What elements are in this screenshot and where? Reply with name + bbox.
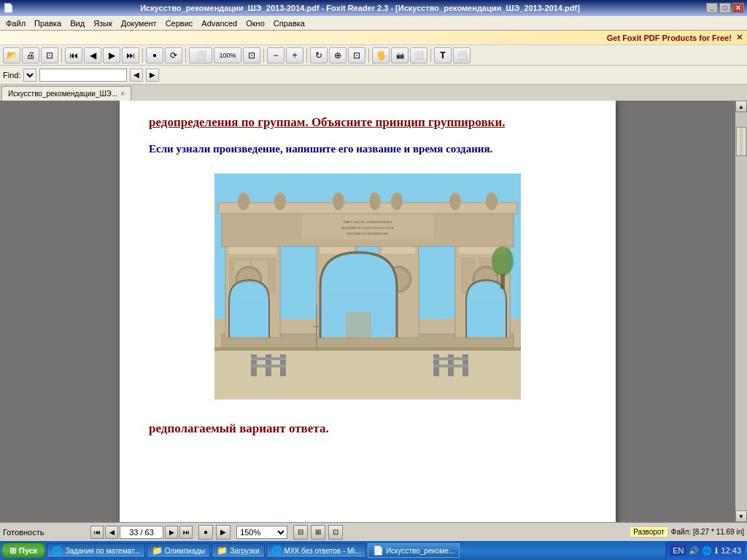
menu-window[interactable]: Окно	[241, 18, 269, 29]
taskbar-item-0[interactable]: 🌐 Задания по математ...	[47, 543, 144, 558]
select-button[interactable]: ⬜	[189, 47, 212, 63]
title-bar: 📄 Искусство_рекомендации_ШЭ_2013-2014.pd…	[0, 0, 747, 16]
ad-banner[interactable]: Get Foxit PDF Products for Free! ✕	[0, 31, 747, 45]
separator-1	[61, 48, 62, 63]
lang-indicator[interactable]: EN	[670, 545, 686, 556]
taskbar-item-3[interactable]: 🌐 МХК без ответов - Mi...	[266, 543, 366, 558]
zoom-in-button[interactable]: +	[286, 47, 303, 63]
taskbar-item-4[interactable]: 📄 Искусство_рекоме...	[368, 543, 460, 558]
taskbar-label-2: Загрузки	[230, 547, 259, 555]
text-button[interactable]: T	[434, 47, 452, 63]
status-first-page[interactable]: ⏮	[90, 526, 104, 539]
play-btn[interactable]: ▶	[216, 525, 231, 540]
highlight-button[interactable]: ⬜	[453, 47, 471, 63]
pdf-page: редопределения по группам. Объясните при…	[120, 101, 616, 522]
menu-bar: Файл Правка Вид Язык Документ Сервис Adv…	[0, 16, 747, 31]
menu-file[interactable]: Файл	[1, 18, 30, 29]
prev-page-button[interactable]: ◀	[84, 47, 101, 63]
scroll-down-button[interactable]: ▼	[735, 510, 747, 522]
menu-tools[interactable]: Сервис	[161, 18, 198, 29]
svg-point-36	[486, 192, 498, 210]
menu-document[interactable]: Документ	[117, 18, 161, 29]
svg-text:MAXIMO P F AUGUSTO S P Q R: MAXIMO P F AUGUSTO S P Q R	[341, 226, 394, 230]
scroll-up-button[interactable]: ▲	[735, 101, 747, 112]
svg-rect-29	[218, 203, 517, 214]
separator-3	[185, 48, 186, 63]
ready-status: Готовность	[3, 528, 90, 537]
pdf-view[interactable]: редопределения по группам. Объясните при…	[0, 101, 735, 522]
rotate-button[interactable]: ↻	[310, 47, 328, 63]
network-icon[interactable]: 🌐	[702, 546, 712, 556]
last-page-button[interactable]: ⏭	[122, 47, 139, 63]
volume-icon[interactable]: 🔊	[689, 546, 699, 556]
svg-rect-40	[468, 301, 505, 338]
menu-edit[interactable]: Правка	[30, 18, 66, 29]
snapshot-button[interactable]: 📷	[391, 47, 409, 63]
find-prev-button[interactable]: ◀	[130, 69, 143, 82]
hand-tool-button[interactable]: 🖐	[372, 47, 390, 63]
find-next-button[interactable]: ▶	[146, 69, 159, 82]
find-options-dropdown[interactable]	[23, 69, 36, 82]
clock: 12:43	[721, 546, 741, 555]
taskbar-icon-0: 🌐	[52, 545, 63, 556]
find-input[interactable]	[39, 69, 127, 82]
view-mode-btn1[interactable]: ⊟	[293, 525, 308, 540]
separator-7	[430, 48, 431, 63]
scroll-thumb[interactable]	[736, 127, 746, 156]
crop-button[interactable]: ⊡	[348, 47, 365, 63]
zoom-out-button[interactable]: −	[267, 47, 285, 63]
svg-point-55	[492, 246, 514, 276]
info-icon[interactable]: ℹ	[715, 546, 718, 556]
svg-rect-56	[500, 274, 505, 289]
status-prev-page[interactable]: ◀	[105, 526, 118, 539]
close-button[interactable]: ✕	[732, 3, 744, 13]
menu-lang[interactable]: Язык	[89, 18, 117, 29]
print-button[interactable]: 🖨	[22, 47, 39, 63]
view-mode-btn2[interactable]: ⊞	[311, 525, 325, 540]
main-area: редопределения по группам. Объясните при…	[0, 101, 747, 522]
maximize-button[interactable]: □	[719, 3, 731, 13]
taskbar-item-1[interactable]: 📁 Олимпиады	[147, 543, 211, 558]
taskbar-label-0: Задания по математ...	[65, 547, 139, 555]
tab-close-button[interactable]: ×	[120, 90, 125, 98]
view-mode-btn3[interactable]: ⊡	[328, 525, 343, 540]
refresh-button[interactable]: ⟳	[165, 47, 182, 63]
fit-page-status-btn[interactable]: ●	[198, 525, 213, 540]
separator-4	[263, 48, 264, 63]
scroll-track[interactable]	[735, 112, 747, 510]
open-button[interactable]: 📂	[3, 47, 20, 63]
rotate-label: Разворот	[630, 526, 668, 537]
first-page-button[interactable]: ⏮	[65, 47, 82, 63]
status-next-page[interactable]: ▶	[165, 526, 178, 539]
tab-bar: Искусство_рекомендации_ШЭ... ×	[0, 85, 747, 101]
menu-advanced[interactable]: Advanced	[197, 18, 241, 29]
separator-2	[142, 48, 143, 63]
next-page-button[interactable]: ▶	[103, 47, 120, 63]
svg-rect-39	[231, 301, 268, 338]
fit-width-button[interactable]: ⊡	[243, 47, 260, 63]
page-number-input[interactable]	[120, 526, 163, 539]
pdf-text-top: редопределения по группам. Объясните при…	[149, 115, 587, 130]
menu-help[interactable]: Справка	[269, 18, 309, 29]
status-bar: Готовность ⏮ ◀ ▶ ⏭ ● ▶ 150% 100% 125% 20…	[0, 522, 747, 541]
taskbar-icon-1: 📁	[152, 545, 163, 556]
zoom-btn[interactable]: 100%	[214, 47, 241, 63]
start-button[interactable]: ⊞ Пуск	[1, 542, 45, 559]
minimize-button[interactable]: _	[706, 3, 718, 13]
document-tab[interactable]: Искусство_рекомендации_ШЭ... ×	[1, 86, 131, 101]
separator-6	[368, 48, 369, 63]
svg-rect-15	[382, 246, 415, 254]
arch-of-constantine-svg: IMP CAES FL CONSTANTINO MAXIMO P F AUGUS…	[214, 174, 521, 400]
ad-close-icon[interactable]: ✕	[736, 33, 743, 42]
marquee-zoom-button[interactable]: ⊕	[329, 47, 347, 63]
menu-view[interactable]: Вид	[66, 18, 89, 29]
properties-button[interactable]: ⊡	[41, 47, 58, 63]
fit-page-button[interactable]: ●	[146, 47, 163, 63]
svg-point-31	[274, 192, 286, 210]
status-last-page[interactable]: ⏭	[179, 526, 193, 539]
zoom-select[interactable]: 150% 100% 125% 200%	[236, 526, 287, 539]
taskbar-item-2[interactable]: 📁 Загрузки	[212, 543, 264, 558]
typewriter-button[interactable]: ⬜	[410, 47, 427, 63]
svg-point-30	[238, 192, 249, 210]
separator-5	[306, 48, 307, 63]
